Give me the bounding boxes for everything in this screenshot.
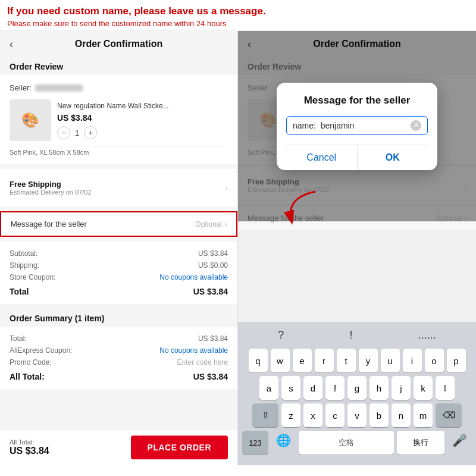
left-phone-screen: ‹ Order Confirmation Order Review Seller… <box>0 31 237 465</box>
key-v[interactable]: v <box>347 403 367 427</box>
left-summary-total-value: US $3.84 <box>198 334 228 343</box>
left-all-total-label-bar: All Total: <box>10 439 49 446</box>
key-o[interactable]: o <box>425 349 444 372</box>
left-all-total-label: All Total: <box>10 372 45 381</box>
key-r[interactable]: r <box>315 349 334 372</box>
left-shipping-info: Free Shipping Estimated Delivery on 07/0… <box>10 180 92 196</box>
left-seller-row: Seller: <box>10 81 228 95</box>
left-summary-ali-value: No coupons available <box>159 346 228 355</box>
key-return[interactable]: 换行 <box>397 431 444 455</box>
left-all-total-row: All Total: US $3.84 <box>10 368 228 383</box>
left-coupon-label: Store Coupon: <box>10 273 55 281</box>
top-banner: If you need custom name, please leave us… <box>0 0 476 31</box>
left-seller-label: Seller: <box>10 83 32 92</box>
left-shipping-sub: Estimated Delivery on 07/02 <box>10 189 92 196</box>
left-summary-total-label: Total: <box>10 334 27 343</box>
left-coupon-row: Store Coupon: No coupons available <box>10 271 228 283</box>
key-w[interactable]: w <box>271 349 290 372</box>
key-ellipsis[interactable]: ...... <box>414 327 441 344</box>
right-panel: ‹ Order Confirmation Order Review Seller… <box>238 31 476 465</box>
key-p[interactable]: p <box>447 349 466 372</box>
left-product-image: 🎨 <box>10 99 51 141</box>
left-shipping-cost-row: Shipping: US $0.00 <box>10 259 228 271</box>
left-qty-increase[interactable]: + <box>84 126 97 139</box>
right-content: ‹ Order Confirmation Order Review Seller… <box>238 31 476 465</box>
key-s[interactable]: s <box>281 376 300 400</box>
left-scroll-area: Order Review Seller: 🎨 New regulation Na… <box>0 57 237 458</box>
keyboard-top-row: ? ! ...... <box>240 327 474 344</box>
left-promo-row: Promo Code: Enter code here <box>10 356 228 368</box>
left-product-variant: Soft Pink, XL 58cm X 58cm <box>10 146 228 158</box>
left-nav-title: Order Confirmation <box>75 39 163 49</box>
left-cost-card: Subtotal: US $3.84 Shipping: US $0.00 St… <box>0 242 237 304</box>
left-total-label: Total <box>10 287 29 296</box>
key-delete[interactable]: ⌫ <box>436 403 462 427</box>
key-e[interactable]: e <box>293 349 312 372</box>
left-all-total-value: US $3.84 <box>193 372 228 381</box>
left-seller-card: Seller: 🎨 New regulation Name Wall Stick… <box>0 75 237 164</box>
left-product-row: 🎨 New regulation Name Wall Sticke... US … <box>10 95 228 146</box>
left-shipping-card: Free Shipping Estimated Delivery on 07/0… <box>0 169 237 206</box>
key-x[interactable]: x <box>303 403 322 427</box>
key-u[interactable]: u <box>381 349 400 372</box>
left-subtotal-label: Subtotal: <box>10 249 37 258</box>
key-a[interactable]: a <box>259 376 278 400</box>
left-message-label: Message for the seller <box>11 220 87 228</box>
left-summary-ali-label: AliExpress Coupon: <box>10 346 72 355</box>
left-order-review-label: Order Review <box>0 57 237 75</box>
left-promo-value[interactable]: Enter code here <box>177 358 228 367</box>
key-n[interactable]: n <box>392 403 411 427</box>
key-num[interactable]: 123 <box>242 431 268 455</box>
keyboard-bottom-row: 123 🌐 空格 换行 🎤 <box>240 431 474 455</box>
dialog-input-field[interactable] <box>293 121 411 130</box>
key-mic[interactable]: 🎤 <box>447 431 472 455</box>
key-z[interactable]: z <box>281 403 300 427</box>
dialog-cancel-button[interactable]: Cancel <box>286 145 358 170</box>
key-i[interactable]: i <box>403 349 422 372</box>
keyboard-row-3: ⇧ z x c v b n m ⌫ <box>240 403 474 427</box>
key-g[interactable]: g <box>347 376 367 400</box>
key-shift[interactable]: ⇧ <box>252 403 278 427</box>
key-b[interactable]: b <box>369 403 389 427</box>
key-f[interactable]: f <box>325 376 345 400</box>
left-coupon-value: No coupons available <box>159 273 228 281</box>
left-back-button[interactable]: ‹ <box>10 38 13 51</box>
panels: ‹ Order Confirmation Order Review Seller… <box>0 31 476 465</box>
key-globe[interactable]: 🌐 <box>271 431 296 455</box>
key-y[interactable]: y <box>359 349 378 372</box>
left-summary-ali-row: AliExpress Coupon: No coupons available <box>10 345 228 356</box>
dialog-clear-button[interactable]: ✕ <box>411 120 421 131</box>
left-seller-name-blur <box>35 84 83 92</box>
dialog-box: Message for the seller ✕ Cancel OK <box>277 83 437 170</box>
key-d[interactable]: d <box>303 376 322 400</box>
left-shipping-row: Free Shipping Estimated Delivery on 07/0… <box>10 175 228 201</box>
key-k[interactable]: k <box>414 376 433 400</box>
left-qty-controls: − 1 + <box>57 126 228 139</box>
key-t[interactable]: t <box>337 349 356 372</box>
left-message-optional: Optional › <box>195 220 227 228</box>
sub-title: Please make sure to send the customized … <box>7 19 469 28</box>
key-j[interactable]: j <box>392 376 411 400</box>
left-subtotal-value: US $3.84 <box>198 249 228 258</box>
left-place-order-bar: All Total: US $3.84 PLACE ORDER <box>0 429 237 465</box>
left-summary-card: Total: US $3.84 AliExpress Coupon: No co… <box>0 327 237 389</box>
key-q[interactable]: q <box>249 349 268 372</box>
key-h[interactable]: h <box>369 376 389 400</box>
key-m[interactable]: m <box>414 403 433 427</box>
key-exclaim[interactable]: ! <box>345 327 357 344</box>
left-place-order-button[interactable]: PLACE ORDER <box>131 436 228 459</box>
key-c[interactable]: c <box>325 403 345 427</box>
dialog-overlay: Message for the seller ✕ Cancel OK <box>238 31 476 221</box>
left-product-info: New regulation Name Wall Sticke... US $3… <box>57 101 228 140</box>
key-space[interactable]: 空格 <box>299 431 394 455</box>
left-product-name: New regulation Name Wall Sticke... <box>57 101 228 111</box>
keyboard-row-1: q w e r t y u i o p <box>240 349 474 372</box>
dialog-input-row[interactable]: ✕ <box>286 116 428 135</box>
left-shipping-cost-value: US $0.00 <box>198 261 228 270</box>
left-message-row[interactable]: Message for the seller Optional › <box>0 211 237 237</box>
left-qty-decrease[interactable]: − <box>57 126 70 139</box>
dialog-title: Message for the seller <box>286 95 428 107</box>
dialog-ok-button[interactable]: OK <box>358 145 428 170</box>
key-l[interactable]: l <box>436 376 455 400</box>
key-question[interactable]: ? <box>273 327 289 344</box>
